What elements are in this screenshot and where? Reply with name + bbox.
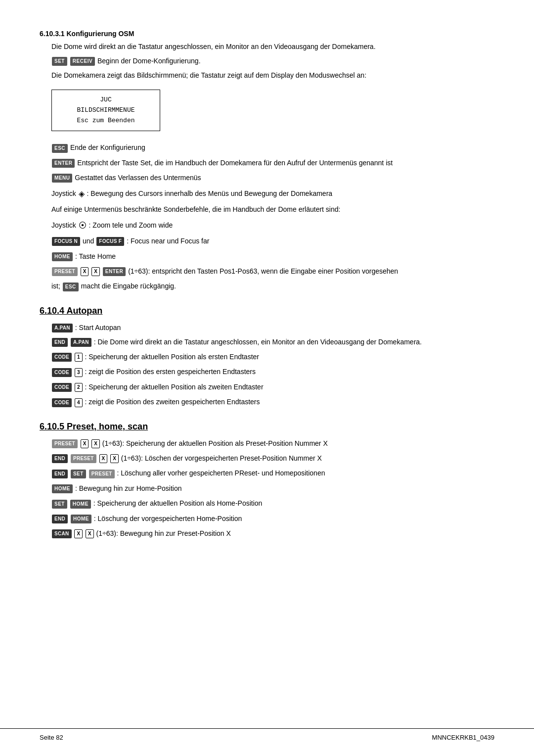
focus-n-key: FOCUS N xyxy=(52,237,80,246)
num3-key: 3 xyxy=(75,368,83,377)
joystick-zoom-icon: ⦿ xyxy=(79,219,87,232)
code1-line: CODE 1 : Speicherung der aktuellen Posit… xyxy=(51,351,494,362)
menu-line: MENU Gestattet das Verlassen des Unterme… xyxy=(51,172,494,183)
ist-text: ist; xyxy=(51,282,62,290)
set-key2: SET xyxy=(71,470,86,478)
code3-line: CODE 3 : zeigt die Position des ersten g… xyxy=(51,366,494,377)
preset-enter-line: PRESET X X ENTER (1÷63): entspricht den … xyxy=(51,266,494,277)
focus-line: FOCUS N und FOCUS F : Focus near und Foc… xyxy=(51,236,494,246)
end-key1: END xyxy=(52,338,68,347)
code-key2: CODE xyxy=(52,368,72,377)
esc-key2: ESC xyxy=(63,283,79,291)
enter-key: ENTER xyxy=(52,159,75,168)
enter-text: Entspricht der Taste Set, die im Handbuc… xyxy=(77,159,393,167)
code4-line: CODE 4 : zeigt die Position des zweiten … xyxy=(51,396,494,407)
section-6105: 6.10.5 Preset, home, scan PRESET X X (1÷… xyxy=(40,422,494,539)
display-box: JUC BILDSCHIRMMENUE Esc zum Beenden xyxy=(51,90,160,131)
focus-text: : Focus near und Focus far xyxy=(127,237,209,245)
section-610-3-1: 6.10.3.1 Konfigurierung OSM Die Dome wir… xyxy=(40,30,494,292)
end-key3: END xyxy=(52,470,68,478)
esc-back-line: ist; ESC macht die Eingabe rückgängig. xyxy=(51,281,494,291)
x-key2: X xyxy=(91,267,100,276)
end-preset-xx-line: END PRESET X X (1÷63): Löschen der vorge… xyxy=(51,453,494,464)
home-line2: HOME : Bewegung hin zur Home-Position xyxy=(51,483,494,494)
code3-text: : zeigt die Position des ersten gespeich… xyxy=(85,368,256,376)
code-key1: CODE xyxy=(52,353,72,362)
x-key1: X xyxy=(81,267,89,276)
end-apan-text: : Die Dome wird direkt an die Tastatur a… xyxy=(94,338,422,346)
apan-key: A.PAN xyxy=(52,324,73,332)
end-home-line: END HOME : Löschung der vorgespeicherten… xyxy=(51,513,494,524)
code-key4: CODE xyxy=(52,398,72,407)
code2-text: : Speicherung der aktuellen Position als… xyxy=(85,383,263,391)
joystick-arrow-icon: ◈ xyxy=(79,188,85,200)
x-key3: X xyxy=(81,439,89,448)
section-6104: 6.10.4 Autopan A.PAN : Start Autopan END… xyxy=(40,306,494,408)
display-line1: JUC xyxy=(67,95,145,105)
home-key3: HOME xyxy=(70,500,91,509)
joystick-arrow-line: Joystick ◈ : Bewegung des Cursors innerh… xyxy=(51,188,494,200)
code1-text: : Speicherung der aktuellen Position als… xyxy=(85,353,259,361)
s610-3-1-para2-text: Beginn der Dome-Konfigurierung. xyxy=(97,57,201,65)
section-6104-title: 6.10.4 Autopan xyxy=(40,306,494,316)
preset-key4: PRESET xyxy=(71,454,96,463)
set-key3: SET xyxy=(52,500,67,509)
esc-back-text: macht die Eingabe rückgängig. xyxy=(81,282,176,290)
display-line3: Esc zum Beenden xyxy=(67,116,145,126)
menu-text: Gestattet das Verlassen des Untermenüs xyxy=(75,174,201,182)
preset-key1: PRESET xyxy=(52,267,78,276)
code2-line: CODE 2 : Speicherung der aktuellen Posit… xyxy=(51,381,494,392)
x-key7: X xyxy=(74,529,83,538)
home-line: HOME : Taste Home xyxy=(51,251,494,262)
num2-key: 2 xyxy=(75,383,83,392)
home-key2: HOME xyxy=(52,484,73,493)
apan-text: : Start Autopan xyxy=(75,324,121,331)
s610-3-1-para2: SET RECEIV Beginn der Dome-Konfigurierun… xyxy=(51,56,494,66)
set-home-text: : Speicherung der aktuellen Position als… xyxy=(93,499,263,507)
end-set-preset-text: : Löschung aller vorher gespeicherten PR… xyxy=(117,469,325,477)
scan-xx-line: SCAN X X (1÷63): Bewegung hin zur Preset… xyxy=(51,528,494,539)
s610-3-1-para1: Die Dome wird direkt an die Tastatur ang… xyxy=(51,42,494,52)
end-key2: END xyxy=(52,454,68,463)
esc-text: Ende der Konfigurierung xyxy=(70,143,145,151)
home-key: HOME xyxy=(52,252,73,261)
joystick-zoom-line: Joystick ⦿ : Zoom tele und Zoom wide xyxy=(51,219,494,232)
preset-xx-text: (1÷63): Speicherung der aktuellen Positi… xyxy=(102,439,328,447)
section-6105-title: 6.10.5 Preset, home, scan xyxy=(40,422,494,432)
preset-xx-line: PRESET X X (1÷63): Speicherung der aktue… xyxy=(51,438,494,449)
page: 6.10.3.1 Konfigurierung OSM Die Dome wir… xyxy=(0,0,534,756)
joystick-label: Joystick xyxy=(51,189,76,197)
end-set-preset-line: END SET PRESET : Löschung aller vorher g… xyxy=(51,468,494,478)
apan-line: A.PAN : Start Autopan xyxy=(51,322,494,333)
preset-key5: PRESET xyxy=(89,470,115,478)
footer: Seite 82 MNNCEKRKB1_0439 xyxy=(0,728,534,741)
enter-line: ENTER Entspricht der Taste Set, die im H… xyxy=(51,157,494,168)
code4-text: : zeigt die Position des zweiten gespeic… xyxy=(85,398,260,406)
end-preset-xx-text: (1÷63): Löschen der vorgespeicherten Pre… xyxy=(121,454,322,462)
scan-xx-text: (1÷63): Bewegung hin zur Preset-Position… xyxy=(96,529,231,537)
esc-key: ESC xyxy=(52,144,68,153)
home-text2: : Bewegung hin zur Home-Position xyxy=(75,484,182,492)
section-610-3-1-title: 6.10.3.1 Konfigurierung OSM xyxy=(40,30,494,38)
preset-enter-text: (1÷63): entspricht den Tasten Pos1-Pos63… xyxy=(128,267,398,275)
scan-key: SCAN xyxy=(52,529,72,538)
preset-key3: PRESET xyxy=(52,439,78,448)
enter-key2: ENTER xyxy=(103,267,126,276)
esc-line: ESC Ende der Konfigurierung xyxy=(51,142,494,153)
receiv-key: RECEIV xyxy=(70,57,95,66)
set-key: SET xyxy=(52,57,67,66)
sonder-line: Auf einige Untermenüs beschränkte Sonder… xyxy=(51,204,494,215)
focus-f-key: FOCUS F xyxy=(96,237,124,246)
num4-key: 4 xyxy=(75,398,83,407)
x-key8: X xyxy=(86,529,94,538)
display-line2: BILDSCHIRMMENUE xyxy=(67,105,145,116)
end-apan-line: END A.PAN : Die Dome wird direkt an die … xyxy=(51,337,494,347)
footer-page: Seite 82 xyxy=(40,734,63,741)
x-key4: X xyxy=(91,439,100,448)
set-home-line: SET HOME : Speicherung der aktuellen Pos… xyxy=(51,498,494,509)
menu-key: MENU xyxy=(52,174,72,183)
num1-key: 1 xyxy=(75,353,83,362)
joystick-zoom-label: Joystick xyxy=(51,221,76,229)
s610-3-1-para3: Die Domekamera zeigt das Bildschirmmenü;… xyxy=(51,70,494,81)
code-key3: CODE xyxy=(52,383,72,392)
